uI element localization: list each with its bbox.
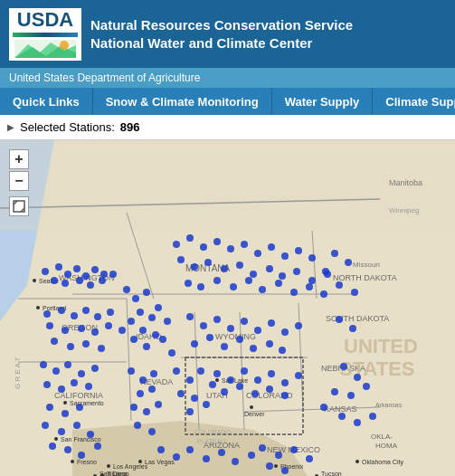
- nav-snow-climate[interactable]: Snow & Climate Monitoring: [93, 88, 272, 115]
- svg-point-190: [148, 386, 156, 393]
- svg-point-194: [134, 422, 141, 429]
- svg-point-87: [109, 271, 117, 278]
- svg-point-173: [221, 388, 228, 395]
- svg-text:Oklahoma City: Oklahoma City: [362, 459, 403, 466]
- svg-point-175: [251, 390, 259, 397]
- svg-point-159: [191, 340, 198, 347]
- svg-point-131: [204, 259, 212, 266]
- svg-text:Tucson: Tucson: [321, 471, 342, 476]
- station-count: 896: [120, 120, 140, 134]
- header-text-block: Natural Resources Conservation Service N…: [90, 16, 353, 52]
- svg-point-170: [268, 370, 275, 377]
- svg-point-110: [78, 325, 85, 332]
- svg-point-126: [281, 252, 289, 260]
- svg-text:Los Angeles: Los Angeles: [113, 463, 148, 471]
- svg-point-66: [355, 460, 359, 463]
- svg-point-151: [200, 322, 207, 329]
- svg-point-106: [94, 313, 101, 320]
- svg-point-89: [132, 295, 139, 302]
- nav-quick-links[interactable]: Quick Links: [0, 88, 93, 115]
- svg-point-136: [279, 272, 286, 280]
- station-arrow-icon: ▶: [7, 122, 14, 132]
- svg-point-82: [51, 277, 58, 284]
- svg-point-201: [43, 381, 51, 388]
- nav-water-supply[interactable]: Water Supply: [272, 88, 374, 115]
- svg-point-181: [209, 381, 216, 388]
- svg-point-239: [320, 404, 327, 411]
- svg-point-145: [259, 286, 266, 293]
- svg-text:UNITED: UNITED: [344, 335, 418, 357]
- svg-point-222: [248, 452, 255, 459]
- svg-text:Las Vegas: Las Vegas: [145, 459, 175, 466]
- svg-point-183: [191, 395, 198, 402]
- svg-point-203: [71, 379, 78, 386]
- svg-text:Fresno: Fresno: [77, 459, 97, 465]
- svg-point-92: [148, 314, 156, 321]
- map-container[interactable]: WASHINGTON OREGON CALIFORNIA NEVADA IDAH…: [0, 140, 455, 476]
- svg-text:STATES: STATES: [339, 357, 415, 380]
- svg-point-152: [213, 316, 221, 323]
- svg-point-229: [336, 316, 343, 323]
- svg-point-228: [281, 467, 289, 474]
- svg-point-161: [221, 343, 228, 350]
- svg-point-100: [159, 336, 166, 343]
- svg-point-184: [203, 401, 210, 408]
- svg-point-167: [227, 376, 234, 384]
- svg-point-138: [308, 277, 316, 284]
- svg-point-112: [105, 322, 112, 329]
- svg-point-107: [107, 309, 114, 316]
- svg-point-128: [308, 254, 316, 262]
- zoom-in-button[interactable]: +: [9, 149, 29, 169]
- svg-point-193: [155, 401, 162, 408]
- svg-point-223: [259, 444, 266, 452]
- svg-point-124: [254, 250, 261, 257]
- svg-point-199: [78, 370, 85, 377]
- svg-point-180: [197, 367, 204, 375]
- svg-point-52: [107, 464, 110, 468]
- svg-point-221: [232, 458, 239, 465]
- expand-icon: [13, 200, 25, 213]
- svg-point-147: [290, 289, 298, 296]
- svg-rect-8: [0, 140, 455, 231]
- svg-point-108: [46, 322, 53, 329]
- dept-name: United States Department of Agriculture: [9, 71, 200, 84]
- svg-point-219: [203, 455, 210, 462]
- svg-point-111: [91, 328, 99, 336]
- svg-point-95: [152, 331, 159, 338]
- svg-point-155: [254, 327, 261, 334]
- svg-point-218: [186, 446, 194, 453]
- svg-point-238: [369, 413, 376, 420]
- svg-point-94: [139, 327, 147, 334]
- svg-point-176: [266, 386, 273, 393]
- svg-point-241: [345, 259, 352, 266]
- svg-point-207: [76, 404, 83, 411]
- svg-point-114: [51, 338, 58, 345]
- svg-point-186: [128, 367, 135, 375]
- expand-button[interactable]: [9, 196, 29, 216]
- svg-point-129: [177, 256, 185, 263]
- svg-point-214: [78, 452, 85, 459]
- svg-point-156: [268, 319, 275, 327]
- svg-point-211: [87, 431, 94, 438]
- svg-point-142: [213, 277, 221, 284]
- svg-point-3: [60, 41, 69, 50]
- svg-text:Winnipeg: Winnipeg: [389, 206, 419, 214]
- svg-point-109: [62, 327, 69, 334]
- svg-point-244: [351, 289, 358, 296]
- map-controls: + −: [9, 149, 29, 216]
- svg-point-191: [130, 404, 137, 411]
- svg-point-134: [250, 271, 257, 278]
- svg-point-140: [185, 280, 192, 287]
- svg-point-98: [155, 304, 162, 311]
- svg-point-192: [143, 408, 150, 415]
- svg-text:KANSAS: KANSAS: [324, 405, 357, 414]
- nav-climate-support[interactable]: Climate Support: [373, 88, 455, 115]
- svg-point-188: [150, 370, 157, 377]
- svg-point-141: [197, 283, 204, 290]
- svg-point-97: [143, 343, 150, 350]
- svg-point-125: [268, 243, 275, 251]
- zoom-out-button[interactable]: −: [9, 171, 29, 191]
- svg-point-58: [215, 378, 219, 382]
- svg-point-171: [281, 379, 289, 386]
- svg-point-169: [254, 376, 261, 384]
